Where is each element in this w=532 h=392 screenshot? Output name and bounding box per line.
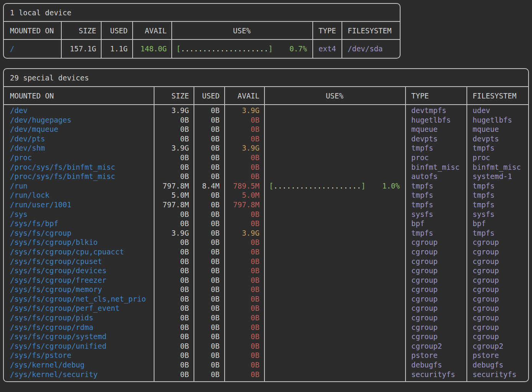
filesystem-cell: /dev/sda (342, 40, 400, 58)
mount-point-cell: /sys/fs/bpf (4, 219, 154, 228)
avail-cell: 789.5M (224, 181, 264, 191)
size-cell: 0B (154, 115, 194, 125)
size-cell: 0B (154, 323, 194, 332)
type-cell: cgroup (405, 285, 466, 294)
mount-point-cell: /dev/mqueue (4, 125, 154, 134)
type-cell: bpf (405, 219, 466, 228)
usage-cell (264, 351, 405, 360)
table-row: /proc/sys/fs/binfmt_misc 0B 0B 0B autofs… (4, 172, 528, 181)
mount-point-cell: /sys/fs/cgroup/perf_event (4, 303, 154, 313)
special-table-header-row: MOUNTED ON SIZE USED AVAIL USE% TYPE FIL… (4, 87, 528, 105)
used-cell: 0B (194, 332, 224, 341)
table-row: /sys/fs/cgroup/devices 0B 0B 0B cgroup c… (4, 266, 528, 276)
avail-cell: 0B (224, 294, 264, 304)
filesystem-cell: cgroup (466, 332, 528, 341)
mount-point-cell: /sys/fs/cgroup (4, 228, 154, 238)
mount-point-cell: /run (4, 181, 154, 191)
size-cell: 0B (154, 219, 194, 228)
size-cell: 0B (154, 303, 194, 313)
usage-bar-close-bracket: ] (361, 182, 365, 190)
filesystem-cell: hugetlbfs (466, 115, 528, 125)
size-cell: 3.9G (154, 228, 194, 238)
used-cell: 0B (194, 276, 224, 285)
table-row: /sys/fs/cgroup/pids 0B 0B 0B cgroup cgro… (4, 313, 528, 323)
size-cell: 797.8M (154, 181, 194, 191)
size-cell: 0B (154, 341, 194, 351)
table-row: /run/lock 5.0M 0B 5.0M tmpfs tmpfs (4, 190, 528, 200)
usage-bar-open-bracket: [ (176, 44, 181, 53)
table-row: /run/user/1001 797.8M 0B 797.8M tmpfs tm… (4, 200, 528, 210)
filesystem-cell: cgroup (466, 238, 528, 247)
type-cell: tmpfs (405, 228, 466, 238)
table-row: /run 797.8M 8.4M 789.5M [...............… (4, 181, 528, 191)
used-cell: 0B (194, 351, 224, 360)
filesystem-cell: securityfs (466, 370, 528, 379)
table-row: /sys/fs/cgroup/unified 0B 0B 0B cgroup2 … (4, 341, 528, 351)
type-cell: cgroup (405, 313, 466, 323)
column-header-used: USED (194, 87, 224, 104)
usage-cell (264, 134, 405, 144)
column-header-type: TYPE (405, 87, 466, 104)
avail-cell: 3.9G (224, 143, 264, 153)
type-cell: ext4 (312, 40, 342, 58)
used-cell: 0B (194, 115, 224, 125)
mount-point-cell: /proc/sys/fs/binfmt_misc (4, 162, 154, 172)
usage-cell (264, 313, 405, 323)
mount-point-cell: /sys/fs/cgroup/cpuset (4, 257, 154, 266)
mount-point-cell: /run/user/1001 (4, 200, 154, 210)
filesystem-cell: cgroup (466, 247, 528, 257)
usage-bar-close-bracket: ] (268, 44, 273, 53)
table-row: /sys/fs/cgroup/freezer 0B 0B 0B cgroup c… (4, 276, 528, 285)
mount-point-cell: /sys/fs/cgroup/freezer (4, 276, 154, 285)
type-cell: tmpfs (405, 143, 466, 153)
size-cell: 0B (154, 294, 194, 304)
column-header-size: SIZE (61, 22, 101, 39)
type-cell: securityfs (405, 370, 466, 379)
usage-cell (264, 125, 405, 134)
filesystem-cell: systemd-1 (466, 172, 528, 181)
used-cell: 0B (194, 257, 224, 266)
type-cell: proc (405, 153, 466, 162)
table-row: /sys 0B 0B 0B sysfs sysfs (4, 210, 528, 219)
type-cell: cgroup (405, 247, 466, 257)
avail-cell: 0B (224, 134, 264, 144)
mount-point-cell: /dev/pts (4, 134, 154, 144)
filesystem-cell: cgroup (466, 285, 528, 294)
filesystem-cell: tmpfs (466, 143, 528, 153)
filesystem-cell: proc (466, 153, 528, 162)
filesystem-cell: cgroup (466, 303, 528, 313)
size-cell: 157.1G (61, 40, 101, 58)
filesystem-cell: tmpfs (466, 200, 528, 210)
type-cell: binfmt_misc (405, 162, 466, 172)
usage-cell (264, 294, 405, 304)
type-cell: cgroup (405, 257, 466, 266)
filesystem-cell: pstore (466, 351, 528, 360)
type-cell: sysfs (405, 210, 466, 219)
avail-cell: 0B (224, 162, 264, 172)
avail-cell: 0B (224, 125, 264, 134)
local-table-title: 1 local device (4, 4, 400, 22)
avail-cell: 0B (224, 210, 264, 219)
size-cell: 5.0M (154, 190, 194, 200)
avail-cell: 0B (224, 172, 264, 181)
used-cell: 0B (194, 134, 224, 144)
type-cell: autofs (405, 172, 466, 181)
usage-cell (264, 266, 405, 276)
used-cell: 0B (194, 313, 224, 323)
used-cell: 0B (194, 210, 224, 219)
avail-cell: 0B (224, 351, 264, 360)
usage-cell (264, 332, 405, 341)
avail-cell: 148.0G (132, 40, 171, 58)
type-cell: cgroup (405, 294, 466, 304)
type-cell: cgroup (405, 276, 466, 285)
usage-cell (264, 360, 405, 370)
size-cell: 0B (154, 134, 194, 144)
table-row: /dev/pts 0B 0B 0B devpts devpts (4, 134, 528, 144)
usage-cell (264, 257, 405, 266)
mount-point-cell: /sys/fs/pstore (4, 351, 154, 360)
used-cell: 0B (194, 247, 224, 257)
used-cell: 0B (194, 125, 224, 134)
table-row: /dev 3.9G 0B 3.9G devtmpfs udev (4, 106, 528, 115)
table-row: /sys/fs/cgroup/systemd 0B 0B 0B cgroup c… (4, 332, 528, 341)
table-row: /sys/kernel/security 0B 0B 0B securityfs… (4, 370, 528, 379)
